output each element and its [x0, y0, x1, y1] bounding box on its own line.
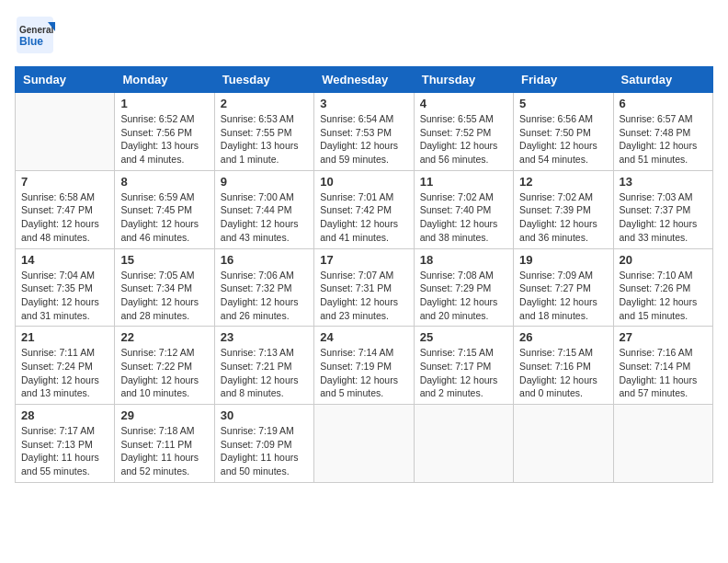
header-row: SundayMondayTuesdayWednesdayThursdayFrid…: [16, 67, 713, 93]
calendar-cell: 28Sunrise: 7:17 AM Sunset: 7:13 PM Dayli…: [16, 405, 115, 483]
header-cell-tuesday: Tuesday: [214, 67, 313, 93]
day-number: 3: [320, 97, 407, 110]
day-info: Sunrise: 6:54 AM Sunset: 7:53 PM Dayligh…: [320, 112, 407, 167]
day-number: 6: [620, 97, 707, 110]
day-number: 11: [420, 175, 507, 189]
day-info: Sunrise: 7:03 AM Sunset: 7:37 PM Dayligh…: [620, 190, 707, 245]
calendar-cell: 8Sunrise: 6:59 AM Sunset: 7:45 PM Daylig…: [115, 170, 214, 248]
day-number: 8: [120, 175, 208, 189]
calendar-cell: 23Sunrise: 7:13 AM Sunset: 7:21 PM Dayli…: [214, 327, 313, 405]
header-cell-friday: Friday: [514, 67, 613, 93]
calendar-cell: [414, 405, 513, 483]
calendar-cell: 20Sunrise: 7:10 AM Sunset: 7:26 PM Dayli…: [613, 248, 712, 327]
day-info: Sunrise: 7:12 AM Sunset: 7:22 PM Dayligh…: [120, 346, 208, 400]
day-info: Sunrise: 7:15 AM Sunset: 7:16 PM Dayligh…: [519, 346, 607, 400]
calendar-cell: 4Sunrise: 6:55 AM Sunset: 7:52 PM Daylig…: [414, 93, 513, 171]
logo: General Blue: [15, 15, 57, 55]
day-info: Sunrise: 6:55 AM Sunset: 7:52 PM Dayligh…: [420, 112, 507, 167]
day-info: Sunrise: 7:17 AM Sunset: 7:13 PM Dayligh…: [21, 424, 108, 478]
calendar-cell: 22Sunrise: 7:12 AM Sunset: 7:22 PM Dayli…: [115, 327, 214, 405]
calendar-cell: 15Sunrise: 7:05 AM Sunset: 7:34 PM Dayli…: [115, 248, 214, 327]
day-info: Sunrise: 7:16 AM Sunset: 7:14 PM Dayligh…: [620, 346, 707, 400]
day-number: 30: [221, 408, 308, 422]
calendar-cell: 24Sunrise: 7:14 AM Sunset: 7:19 PM Dayli…: [314, 327, 414, 405]
day-info: Sunrise: 6:58 AM Sunset: 7:47 PM Dayligh…: [21, 190, 108, 245]
calendar-table: SundayMondayTuesdayWednesdayThursdayFrid…: [15, 66, 713, 483]
calendar-cell: 19Sunrise: 7:09 AM Sunset: 7:27 PM Dayli…: [514, 248, 613, 327]
calendar-cell: [613, 405, 712, 483]
calendar-header: SundayMondayTuesdayWednesdayThursdayFrid…: [16, 67, 713, 93]
week-row-0: 1Sunrise: 6:52 AM Sunset: 7:56 PM Daylig…: [16, 93, 713, 171]
week-row-4: 28Sunrise: 7:17 AM Sunset: 7:13 PM Dayli…: [16, 405, 713, 483]
calendar-body: 1Sunrise: 6:52 AM Sunset: 7:56 PM Daylig…: [16, 93, 713, 483]
day-info: Sunrise: 6:56 AM Sunset: 7:50 PM Dayligh…: [519, 112, 607, 167]
calendar-cell: 14Sunrise: 7:04 AM Sunset: 7:35 PM Dayli…: [16, 248, 115, 327]
calendar-cell: 29Sunrise: 7:18 AM Sunset: 7:11 PM Dayli…: [115, 405, 214, 483]
header-cell-saturday: Saturday: [613, 67, 712, 93]
day-info: Sunrise: 6:52 AM Sunset: 7:56 PM Dayligh…: [120, 112, 208, 167]
day-number: 22: [120, 330, 208, 344]
calendar-cell: 11Sunrise: 7:02 AM Sunset: 7:40 PM Dayli…: [414, 170, 513, 248]
day-number: 17: [320, 253, 407, 267]
calendar-cell: 1Sunrise: 6:52 AM Sunset: 7:56 PM Daylig…: [115, 93, 214, 171]
calendar-cell: 27Sunrise: 7:16 AM Sunset: 7:14 PM Dayli…: [613, 327, 712, 405]
week-row-1: 7Sunrise: 6:58 AM Sunset: 7:47 PM Daylig…: [16, 170, 713, 248]
header-cell-sunday: Sunday: [16, 67, 115, 93]
day-number: 13: [620, 175, 707, 189]
day-number: 23: [221, 330, 308, 344]
calendar-cell: 7Sunrise: 6:58 AM Sunset: 7:47 PM Daylig…: [16, 170, 115, 248]
header-cell-wednesday: Wednesday: [314, 67, 414, 93]
day-info: Sunrise: 7:15 AM Sunset: 7:17 PM Dayligh…: [420, 346, 507, 400]
calendar-cell: 12Sunrise: 7:02 AM Sunset: 7:39 PM Dayli…: [514, 170, 613, 248]
week-row-3: 21Sunrise: 7:11 AM Sunset: 7:24 PM Dayli…: [16, 327, 713, 405]
day-info: Sunrise: 7:11 AM Sunset: 7:24 PM Dayligh…: [21, 346, 108, 400]
calendar-cell: 6Sunrise: 6:57 AM Sunset: 7:48 PM Daylig…: [613, 93, 712, 171]
day-info: Sunrise: 7:02 AM Sunset: 7:39 PM Dayligh…: [519, 190, 607, 245]
calendar-cell: 3Sunrise: 6:54 AM Sunset: 7:53 PM Daylig…: [314, 93, 414, 171]
day-info: Sunrise: 7:14 AM Sunset: 7:19 PM Dayligh…: [320, 346, 407, 400]
calendar-cell: [314, 405, 414, 483]
day-number: 29: [120, 408, 208, 422]
day-info: Sunrise: 6:57 AM Sunset: 7:48 PM Dayligh…: [620, 112, 707, 167]
day-info: Sunrise: 6:53 AM Sunset: 7:55 PM Dayligh…: [221, 112, 308, 167]
calendar-cell: 2Sunrise: 6:53 AM Sunset: 7:55 PM Daylig…: [214, 93, 313, 171]
day-number: 15: [120, 253, 208, 267]
calendar-cell: [16, 93, 115, 171]
day-info: Sunrise: 7:05 AM Sunset: 7:34 PM Dayligh…: [120, 269, 208, 323]
day-number: 1: [120, 97, 208, 110]
day-info: Sunrise: 7:08 AM Sunset: 7:29 PM Dayligh…: [420, 269, 507, 323]
day-number: 4: [420, 97, 507, 110]
day-info: Sunrise: 7:06 AM Sunset: 7:32 PM Dayligh…: [221, 269, 308, 323]
logo-icon: General Blue: [15, 15, 55, 55]
day-number: 19: [519, 253, 607, 267]
day-info: Sunrise: 7:04 AM Sunset: 7:35 PM Dayligh…: [21, 269, 108, 323]
day-number: 24: [320, 330, 407, 344]
calendar-cell: 17Sunrise: 7:07 AM Sunset: 7:31 PM Dayli…: [314, 248, 414, 327]
calendar-cell: 16Sunrise: 7:06 AM Sunset: 7:32 PM Dayli…: [214, 248, 313, 327]
day-number: 27: [620, 330, 707, 344]
day-number: 5: [519, 97, 607, 110]
day-number: 28: [21, 408, 108, 422]
day-number: 2: [221, 97, 308, 110]
day-info: Sunrise: 7:02 AM Sunset: 7:40 PM Dayligh…: [420, 190, 507, 245]
day-number: 16: [221, 253, 308, 267]
svg-text:General: General: [19, 25, 53, 35]
header-cell-thursday: Thursday: [414, 67, 513, 93]
calendar-cell: 5Sunrise: 6:56 AM Sunset: 7:50 PM Daylig…: [514, 93, 613, 171]
calendar-cell: 25Sunrise: 7:15 AM Sunset: 7:17 PM Dayli…: [414, 327, 513, 405]
day-number: 9: [221, 175, 308, 189]
day-info: Sunrise: 7:07 AM Sunset: 7:31 PM Dayligh…: [320, 269, 407, 323]
week-row-2: 14Sunrise: 7:04 AM Sunset: 7:35 PM Dayli…: [16, 248, 713, 327]
calendar-cell: [514, 405, 613, 483]
calendar-cell: 21Sunrise: 7:11 AM Sunset: 7:24 PM Dayli…: [16, 327, 115, 405]
calendar-cell: 30Sunrise: 7:19 AM Sunset: 7:09 PM Dayli…: [214, 405, 313, 483]
calendar-cell: 18Sunrise: 7:08 AM Sunset: 7:29 PM Dayli…: [414, 248, 513, 327]
day-info: Sunrise: 7:13 AM Sunset: 7:21 PM Dayligh…: [221, 346, 308, 400]
day-number: 12: [519, 175, 607, 189]
day-info: Sunrise: 7:19 AM Sunset: 7:09 PM Dayligh…: [221, 424, 308, 478]
day-info: Sunrise: 6:59 AM Sunset: 7:45 PM Dayligh…: [120, 190, 208, 245]
day-number: 21: [21, 330, 108, 344]
calendar-cell: 10Sunrise: 7:01 AM Sunset: 7:42 PM Dayli…: [314, 170, 414, 248]
day-number: 20: [620, 253, 707, 267]
day-info: Sunrise: 7:00 AM Sunset: 7:44 PM Dayligh…: [221, 190, 308, 245]
